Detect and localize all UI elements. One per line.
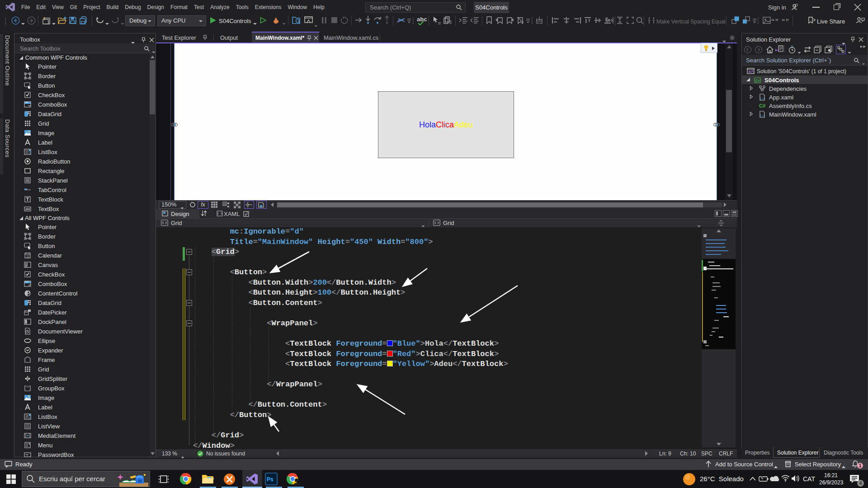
svg-text:C#: C#	[759, 103, 765, 108]
svg-text:12: 12	[26, 255, 30, 258]
svg-text:ab: ab	[25, 207, 29, 211]
svg-text:Ps: Ps	[267, 476, 274, 483]
svg-text:C#: C#	[755, 79, 760, 83]
svg-text:xy: xy	[26, 385, 29, 388]
svg-text:**: **	[26, 453, 28, 457]
